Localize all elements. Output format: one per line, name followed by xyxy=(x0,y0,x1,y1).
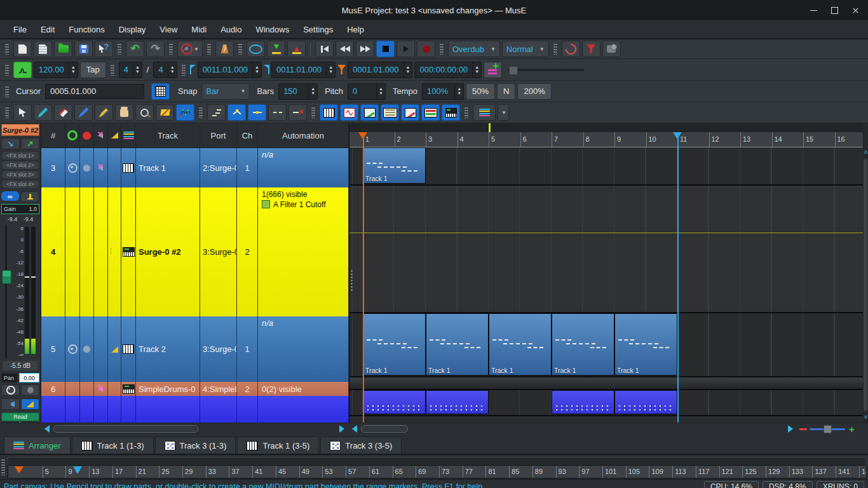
cursor-field[interactable]: 0005.01.000 xyxy=(45,84,144,99)
off-cell[interactable] xyxy=(94,382,108,396)
type-cell[interactable] xyxy=(121,396,136,423)
track-port[interactable] xyxy=(200,396,237,423)
type-cell[interactable] xyxy=(121,382,136,396)
spin-arrows-icon[interactable]: ▲▼ xyxy=(472,62,481,78)
overview-bar-113[interactable]: 113 xyxy=(672,466,686,478)
off-cell[interactable] xyxy=(94,187,108,316)
ruler-bar-6[interactable]: 6 xyxy=(520,132,527,147)
forward-button[interactable] xyxy=(356,41,374,57)
track-channel[interactable]: 2 xyxy=(237,187,258,316)
record-arm-cell[interactable] xyxy=(65,148,80,187)
part[interactable]: Track 1 xyxy=(489,313,552,376)
big-time-button[interactable] xyxy=(602,41,621,57)
track-channel[interactable]: 1 xyxy=(237,316,258,382)
position-spinbox[interactable]: 0001.01.000▲▼ xyxy=(348,62,412,78)
sync-button[interactable] xyxy=(562,41,580,57)
overview-bar-145[interactable]: 145 xyxy=(859,466,867,478)
col-record-header[interactable] xyxy=(65,123,80,147)
mixer-button[interactable] xyxy=(421,104,440,121)
toolbar-handle[interactable] xyxy=(440,43,444,55)
tab-arranger[interactable]: Arranger xyxy=(4,437,71,454)
overview-bar-93[interactable]: 93 xyxy=(556,466,566,478)
overview-bar-77[interactable]: 77 xyxy=(463,466,473,478)
monitor-cell[interactable] xyxy=(108,187,121,316)
spin-arrows-icon[interactable]: ▲▼ xyxy=(308,84,317,99)
tracklist-scroll-left-icon[interactable] xyxy=(44,425,50,433)
metronome-button[interactable] xyxy=(215,41,234,57)
track-automation[interactable]: n/a xyxy=(258,316,349,382)
toolbar-handle[interactable] xyxy=(311,107,315,118)
automation-linear-button[interactable] xyxy=(227,104,246,121)
part[interactable]: Track 1 xyxy=(552,313,614,376)
track-row-simpledrums[interactable]: 6 SimpleDrums-0 4:SimpleD 2 0(2) visible xyxy=(41,382,349,396)
record-mode-combo[interactable]: Overdub▼ xyxy=(448,41,500,57)
whats-this-button[interactable] xyxy=(95,41,113,57)
overview-bar-97[interactable]: 97 xyxy=(579,466,589,478)
fx-slot-4[interactable]: <FX slot 4> xyxy=(1,180,39,189)
strip-record-button[interactable] xyxy=(1,384,20,396)
new-button[interactable] xyxy=(13,41,32,57)
off-cell[interactable] xyxy=(94,316,108,382)
overview-bar-89[interactable]: 89 xyxy=(532,466,543,478)
tracklist-scroll-thumb[interactable] xyxy=(53,425,198,433)
canvas-track-lane-5[interactable] xyxy=(349,390,863,416)
vertical-scrollbar[interactable]: ∧ ∨ xyxy=(863,123,868,423)
overview-bar-85[interactable]: 85 xyxy=(509,466,519,478)
col-port-header[interactable]: Port xyxy=(200,123,237,147)
eraser-tool-button[interactable] xyxy=(54,104,72,121)
overview-bar-121[interactable]: 121 xyxy=(719,466,733,478)
overview-playhead-icon[interactable] xyxy=(15,466,24,473)
checkbox-icon[interactable] xyxy=(262,200,270,208)
mute-cell[interactable] xyxy=(80,187,94,316)
tempo-enable-button[interactable] xyxy=(13,62,32,78)
slider-knob[interactable] xyxy=(509,66,518,75)
menu-windows[interactable]: Windows xyxy=(248,22,296,37)
toolbar-handle[interactable] xyxy=(182,64,186,76)
mute-cell[interactable] xyxy=(80,396,94,423)
track-port[interactable]: 2:Surge-0 xyxy=(200,148,237,187)
go-to-start-button[interactable] xyxy=(315,41,334,57)
toolbar-handle[interactable] xyxy=(169,43,173,55)
ruler-bar-12[interactable]: 12 xyxy=(709,132,719,147)
sig-numerator-spinbox[interactable]: 4▲▼ xyxy=(119,62,142,78)
track-row-surge[interactable]: 4 Surge-0 #2 3:Surge-0 2 1(666) visible … xyxy=(41,187,349,316)
pencil-tool-button[interactable] xyxy=(34,104,52,121)
globaltempo-spinbox[interactable]: 100%▲▼ xyxy=(422,83,464,100)
redo-button[interactable]: ↷ xyxy=(146,41,165,57)
pan-tool-button[interactable] xyxy=(115,104,133,121)
part[interactable] xyxy=(614,390,677,414)
mute-cell[interactable] xyxy=(80,382,94,396)
col-ch-header[interactable]: Ch xyxy=(237,123,258,147)
track-port[interactable]: 3:Surge-0 xyxy=(200,316,237,382)
overview-ruler[interactable]: 5913172125293337414549535761656973778185… xyxy=(8,465,867,478)
canvas-scroll-right-icon[interactable] xyxy=(788,425,793,433)
toolbar-handle[interactable] xyxy=(238,43,242,55)
track-name[interactable] xyxy=(136,396,200,423)
track-automation[interactable]: 0(2) visible xyxy=(258,382,349,396)
col-automation-header[interactable]: Automation xyxy=(258,123,349,147)
fx-slot-1[interactable]: <FX slot 1> xyxy=(1,151,39,160)
monitor-cell[interactable] xyxy=(108,396,121,423)
overview-bar-17[interactable]: 17 xyxy=(112,466,123,478)
part[interactable] xyxy=(552,390,614,414)
toolbar-handle[interactable] xyxy=(5,64,9,76)
track-row-track2[interactable]: 5 Track 2 3:Surge-0 1 n/a xyxy=(41,316,349,382)
loop-button[interactable] xyxy=(247,41,265,57)
type-cell[interactable] xyxy=(121,187,136,316)
record-disable-button[interactable]: ▼ xyxy=(177,41,203,57)
overview-bar-5[interactable]: 5 xyxy=(43,466,49,478)
overview-bar-137[interactable]: 137 xyxy=(812,466,826,478)
automation-value-button[interactable] xyxy=(248,104,266,121)
ruler-bar-4[interactable]: 4 xyxy=(458,132,464,147)
fx-slot-3[interactable]: <FX slot 3> xyxy=(1,170,39,179)
spin-arrows-icon[interactable]: ▲▼ xyxy=(133,62,142,78)
menu-edit[interactable]: Edit xyxy=(34,22,62,37)
playhead-line[interactable] xyxy=(363,132,364,423)
overview-bar-133[interactable]: 133 xyxy=(789,466,803,478)
monitor-cell[interactable] xyxy=(108,382,121,396)
ruler-bar-16[interactable]: 16 xyxy=(835,132,845,147)
save-button[interactable] xyxy=(74,41,93,57)
pianoroll-button[interactable] xyxy=(320,104,338,121)
strip-title[interactable]: Surge-0 #2 xyxy=(1,124,39,136)
part[interactable]: Track 1 xyxy=(426,313,489,376)
